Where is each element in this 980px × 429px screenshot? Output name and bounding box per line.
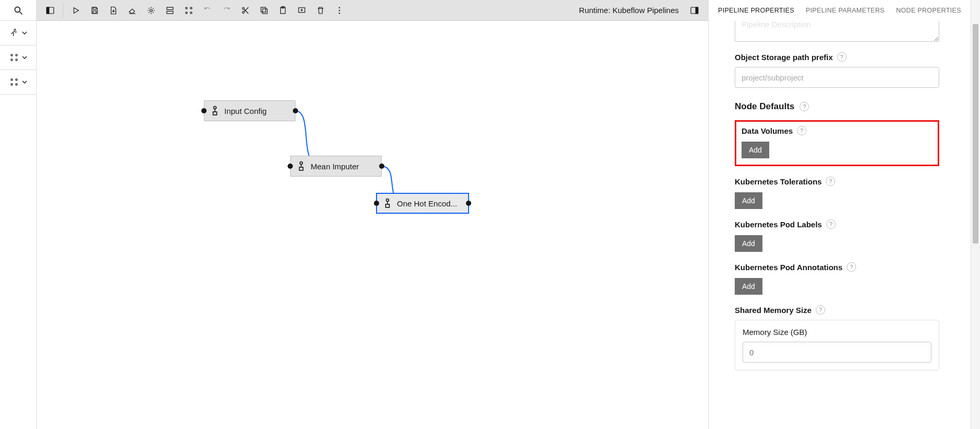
svg-point-24 [242, 11, 244, 13]
tab-node-properties[interactable]: NODE PROPERTIES [896, 7, 961, 14]
svg-point-7 [10, 79, 12, 80]
help-icon[interactable]: ? [847, 262, 856, 272]
svg-marker-13 [74, 7, 78, 13]
svg-point-46 [386, 199, 389, 202]
undo-button[interactable] [198, 1, 217, 20]
right-scrollbar[interactable] [971, 0, 980, 429]
svg-point-36 [339, 9, 340, 10]
object-storage-prefix-input[interactable] [735, 67, 939, 88]
label-kubernetes-pod-annotations: Kubernetes Pod Annotations ? [735, 262, 939, 272]
settings-button[interactable] [142, 1, 161, 20]
pipeline-node-one-hot-encoder[interactable]: One Hot Encod... [376, 193, 469, 214]
paste-icon [278, 6, 288, 15]
undo-icon [203, 6, 212, 15]
highlight-data-volumes: Data Volumes ? Add [735, 120, 939, 166]
runtime-label: Runtime: Kubeflow Pipelines [579, 6, 679, 15]
scrollbar-thumb[interactable] [973, 24, 978, 244]
nodes-icon [184, 6, 193, 15]
cut-button[interactable] [236, 1, 255, 20]
help-icon[interactable]: ? [837, 52, 847, 62]
sidebar-item-palette-1[interactable] [0, 45, 36, 70]
svg-point-9 [10, 84, 12, 85]
copy-button[interactable] [255, 1, 274, 20]
svg-rect-14 [93, 7, 96, 9]
node-label: One Hot Encod... [397, 199, 457, 208]
trash-icon [316, 6, 325, 15]
svg-rect-29 [261, 7, 266, 12]
help-icon[interactable]: ? [816, 305, 825, 315]
scissors-icon [241, 6, 250, 15]
svg-rect-42 [213, 112, 217, 115]
svg-point-5 [10, 59, 12, 61]
node-port-in[interactable] [288, 164, 293, 169]
svg-point-35 [339, 7, 340, 8]
add-comment-button[interactable] [292, 1, 311, 20]
search-button[interactable] [0, 0, 36, 21]
label-kubernetes-pod-labels: Kubernetes Pod Labels ? [735, 219, 939, 229]
redo-button[interactable] [217, 1, 236, 20]
export-icon [109, 6, 118, 15]
panel-left-icon [45, 6, 55, 15]
toolbar: Runtime: Kubeflow Pipelines [37, 0, 708, 21]
svg-rect-28 [263, 9, 267, 14]
add-data-volume-button[interactable]: Add [742, 142, 769, 158]
svg-line-1 [19, 11, 22, 14]
svg-line-27 [244, 7, 248, 11]
svg-rect-12 [47, 7, 49, 14]
tab-pipeline-properties[interactable]: PIPELINE PROPERTIES [718, 7, 794, 14]
stack-icon [165, 6, 175, 15]
svg-rect-19 [167, 11, 173, 14]
svg-point-17 [150, 9, 153, 11]
node-port-out[interactable] [293, 108, 298, 113]
label-shared-memory-size: Shared Memory Size ? [735, 305, 939, 315]
help-icon[interactable]: ? [826, 177, 835, 186]
pipeline-node-mean-imputer[interactable]: Mean Imputer [290, 156, 382, 177]
pipeline-description-input[interactable]: Pipeline Description [735, 21, 939, 42]
panel-toggle-left-button[interactable] [41, 1, 60, 20]
svg-point-20 [186, 7, 187, 8]
node-port-in[interactable] [201, 108, 207, 113]
help-icon[interactable]: ? [800, 102, 809, 111]
properties-form: Pipeline Description Object Storage path… [709, 21, 971, 429]
svg-point-4 [15, 54, 17, 56]
svg-point-43 [300, 162, 303, 165]
shared-memory-group: Memory Size (GB) [735, 320, 939, 370]
add-pod-label-button[interactable]: Add [735, 235, 762, 252]
help-icon[interactable]: ? [797, 126, 806, 135]
chevron-down-icon [22, 79, 27, 85]
right-panel-tabs: PIPELINE PROPERTIES PIPELINE PARAMETERS … [709, 0, 971, 21]
clear-button[interactable] [123, 1, 142, 20]
kebab-icon [335, 6, 344, 15]
tab-pipeline-parameters[interactable]: PIPELINE PARAMETERS [806, 7, 885, 14]
sidebar-item-runner[interactable] [0, 21, 36, 45]
gear-icon [146, 6, 156, 15]
palette-button[interactable] [179, 1, 198, 20]
runner-icon [9, 28, 19, 38]
node-port-out[interactable] [466, 201, 471, 206]
help-icon[interactable]: ? [826, 219, 836, 229]
svg-point-37 [339, 13, 340, 14]
delete-button[interactable] [311, 1, 330, 20]
add-toleration-button[interactable]: Add [735, 192, 762, 209]
panel-toggle-right-button[interactable] [685, 1, 704, 20]
nodes-icon [9, 77, 19, 87]
node-port-in[interactable] [374, 201, 379, 206]
add-pod-annotation-button[interactable]: Add [735, 278, 762, 295]
sidebar-item-palette-2[interactable] [0, 70, 36, 95]
save-button[interactable] [85, 1, 104, 20]
export-button[interactable] [104, 1, 123, 20]
copy-icon [259, 6, 269, 15]
svg-rect-48 [386, 204, 390, 207]
overflow-button[interactable] [330, 1, 349, 20]
chevron-down-icon [22, 55, 27, 60]
pipeline-node-input-config[interactable]: Input Config [204, 100, 295, 121]
paste-button[interactable] [274, 1, 292, 20]
memory-size-input[interactable] [743, 342, 931, 363]
eraser-icon [128, 6, 137, 15]
node-port-out[interactable] [379, 164, 384, 169]
pipeline-canvas[interactable]: Input Config Mean Imputer One Hot Encod.… [37, 21, 708, 429]
runtimes-button[interactable] [161, 1, 179, 20]
svg-point-0 [15, 7, 20, 12]
nodes-icon [9, 53, 19, 62]
run-button[interactable] [66, 1, 85, 20]
